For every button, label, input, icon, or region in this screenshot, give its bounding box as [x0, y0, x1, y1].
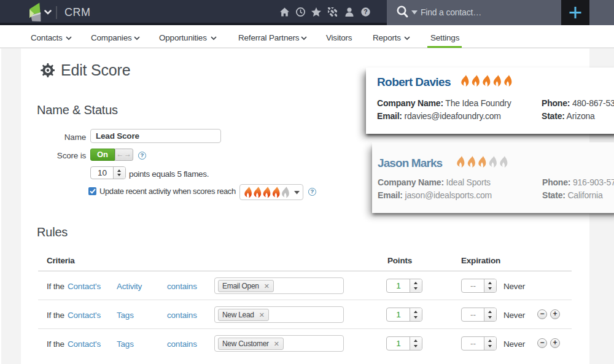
svg-text:?: ? [363, 8, 367, 15]
